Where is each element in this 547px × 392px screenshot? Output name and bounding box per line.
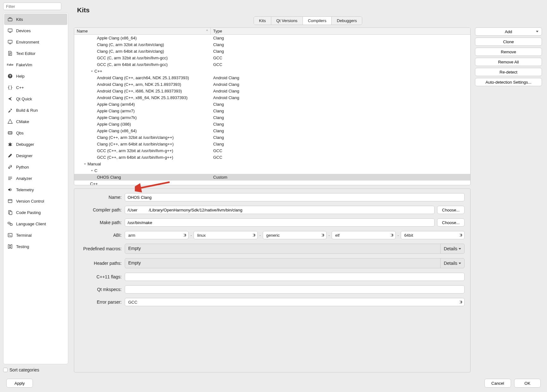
remove-button[interactable]: Remove [475, 48, 542, 56]
tree-row[interactable]: Clang (C, arm 32bit at /usr/bin/clang)Cl… [74, 41, 470, 48]
sort-categories-row[interactable]: Sort categories [3, 367, 68, 372]
clone-button[interactable]: Clone [475, 38, 542, 46]
sidebar-item-kits[interactable]: Kits [4, 14, 67, 25]
tree-row[interactable]: C [74, 167, 470, 174]
sidebar-item-environment[interactable]: Environment [4, 36, 67, 48]
sidebar-item-code-pasting[interactable]: Code Pasting [4, 207, 67, 218]
sidebar-item-text-editor[interactable]: Text Editor [4, 48, 67, 59]
abi-select-3[interactable]: elf [332, 231, 395, 239]
sidebar-item-debugger[interactable]: Debugger [4, 139, 67, 150]
chevron-down-icon[interactable] [90, 169, 94, 172]
tree-row[interactable]: Manual [74, 161, 470, 167]
filter-input[interactable] [3, 3, 61, 10]
cancel-button[interactable]: Cancel [484, 379, 511, 388]
tree-row[interactable]: Apple Clang (x86_64)Clang [74, 35, 470, 41]
abi-select-4[interactable]: 64bit [401, 231, 465, 239]
abi-select-2[interactable]: generic [263, 231, 327, 239]
sidebar-item-label: Language Client [16, 222, 46, 226]
tree-row[interactable]: Apple Clang (i386)Clang [74, 121, 470, 128]
tree-row[interactable]: GCC (C, arm 32bit at /usr/bin/llvm-gcc)G… [74, 55, 470, 61]
tree-row[interactable]: GCC (C++, arm 32bit at /usr/bin/llvm-g++… [74, 147, 470, 154]
abi-select-0[interactable]: arm [125, 231, 189, 239]
sidebar-item-c-[interactable]: {}C++ [4, 82, 67, 93]
sidebar-item-help[interactable]: ?Help [4, 70, 67, 82]
tab-compilers[interactable]: Compilers [303, 17, 332, 25]
svg-rect-10 [8, 222, 10, 224]
error-parser-select[interactable]: GCC [125, 298, 465, 306]
tree-row[interactable]: Clang (C++, arm 32bit at /usr/bin/clang+… [74, 134, 470, 141]
make-path-choose-button[interactable]: Choose... [437, 218, 465, 227]
tree-row[interactable]: Android Clang (C++, arm, NDK 25.1.893739… [74, 81, 470, 88]
svg-rect-0 [8, 19, 12, 21]
tree-row[interactable]: GCC (C, arm 64bit at /usr/bin/llvm-gcc)G… [74, 61, 470, 68]
sidebar-item-python[interactable]: Python [4, 161, 67, 173]
name-input[interactable] [125, 193, 465, 201]
sort-categories-checkbox[interactable] [3, 368, 8, 372]
sidebar-item-qbs[interactable]: Qbs [4, 127, 67, 139]
tree-cell-type: Custom [211, 175, 470, 180]
tree-row[interactable]: Android Clang (C++, aarch64, NDK 25.1.89… [74, 74, 470, 81]
sidebar-item-label: Kits [16, 17, 23, 22]
cxx11-flags-input[interactable] [125, 273, 465, 281]
compiler-path-input[interactable] [125, 206, 435, 214]
autodetect-settings-button[interactable]: Auto-detection Settings... [475, 78, 542, 86]
tab-qt-versions[interactable]: Qt Versions [271, 17, 303, 25]
add-button[interactable]: Add [475, 27, 542, 36]
abi-label: ABI: [80, 233, 122, 238]
abi-select-1[interactable]: linux [194, 231, 257, 239]
sidebar-item-qt-quick[interactable]: Qt Quick [4, 93, 67, 104]
ok-button[interactable]: OK [514, 379, 541, 388]
headers-value: Empty [125, 258, 440, 268]
svg-rect-14 [11, 245, 12, 248]
tree-row[interactable]: C++ [74, 181, 470, 185]
sidebar-item-devices[interactable]: Devices [4, 25, 67, 36]
sidebar-item-label: Qbs [16, 131, 24, 135]
tree-cell-name: Apple Clang (armv7k) [97, 115, 137, 120]
sidebar-item-testing[interactable]: Testing [4, 241, 67, 252]
redetect-button[interactable]: Re-detect [475, 68, 542, 76]
sidebar-item-language-client[interactable]: Language Client [4, 218, 67, 229]
sidebar-item-telemetry[interactable]: Telemetry [4, 184, 67, 195]
tree-row[interactable]: C++ [74, 68, 470, 74]
column-header-name[interactable]: Name^ [74, 28, 211, 34]
tree-row[interactable]: Clang (C++, arm 64bit at /usr/bin/clang+… [74, 141, 470, 147]
tree-row[interactable]: OHOS ClangCustom [74, 174, 470, 181]
tree-cell-name: C++ [94, 69, 102, 74]
sidebar-item-fakevim[interactable]: FakeFakeVim [4, 59, 67, 70]
tree-row[interactable]: Clang (C, arm 64bit at /usr/bin/clang)Cl… [74, 48, 470, 55]
sidebar-item-cmake[interactable]: CMake [4, 116, 67, 127]
chevron-down-icon[interactable] [90, 70, 94, 73]
error-parser-label: Error parser: [80, 300, 122, 305]
sidebar-item-designer[interactable]: Designer [4, 150, 67, 161]
headers-details-button[interactable]: Details [440, 258, 464, 268]
apply-button[interactable]: Apply [6, 379, 33, 388]
mkspecs-input[interactable] [125, 285, 465, 294]
sidebar-item-terminal[interactable]: Terminal [4, 229, 67, 241]
sidebar-item-label: Debugger [16, 142, 34, 147]
tree-row[interactable]: GCC (C++, arm 64bit at /usr/bin/llvm-g++… [74, 154, 470, 161]
tree-row[interactable]: Apple Clang (arm64)Clang [74, 101, 470, 108]
sidebar-item-build-run[interactable]: Build & Run [4, 104, 67, 116]
sidebar-item-analyzer[interactable]: Analyzer [4, 173, 67, 184]
tree-row[interactable]: Apple Clang (x86_64)Clang [74, 128, 470, 134]
sidebar-item-label: Version Control [16, 199, 44, 204]
make-path-input[interactable] [125, 218, 435, 227]
tree-cell-type: Android Clang [211, 95, 470, 100]
tree-row[interactable]: Apple Clang (armv7k)Clang [74, 114, 470, 121]
tree-cell-type: Android Clang [211, 82, 470, 87]
chevron-down-icon[interactable] [83, 163, 87, 165]
tree-row[interactable]: Android Clang (C++, i686, NDK 25.1.89373… [74, 88, 470, 94]
column-header-type[interactable]: Type [211, 28, 470, 34]
tab-debuggers[interactable]: Debuggers [332, 17, 362, 25]
remove-all-button[interactable]: Remove All [475, 58, 542, 66]
sort-categories-label: Sort categories [9, 367, 39, 372]
tree-cell-type: Clang [211, 36, 470, 40]
tree-row[interactable]: Apple Clang (armv7)Clang [74, 108, 470, 114]
compiler-path-choose-button[interactable]: Choose... [437, 206, 465, 214]
svg-rect-9 [9, 211, 12, 215]
tree-row[interactable]: Android Clang (C++, x86_64, NDK 25.1.893… [74, 94, 470, 101]
sidebar-item-version-control[interactable]: Version Control [4, 195, 67, 207]
tab-kits[interactable]: Kits [254, 17, 271, 25]
macros-details-button[interactable]: Details [440, 244, 464, 253]
abi-separator: - [190, 233, 192, 238]
